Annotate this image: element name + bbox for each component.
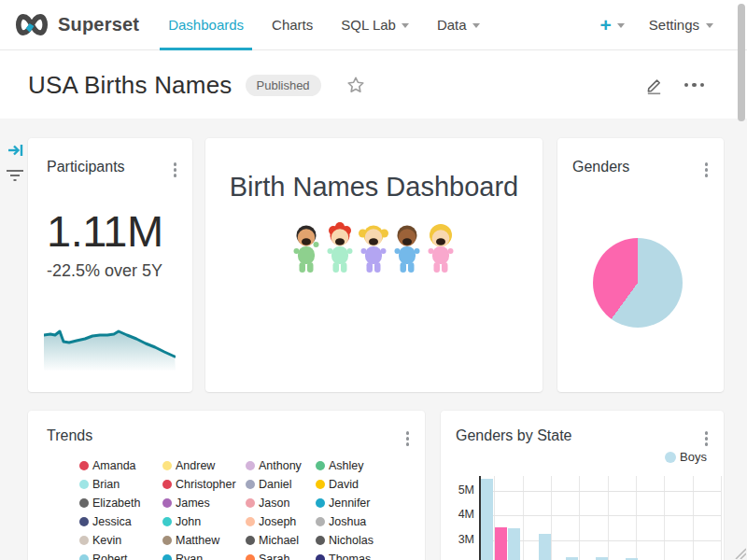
legend-item-andrew[interactable]: Andrew xyxy=(162,456,246,475)
settings-label: Settings xyxy=(649,17,699,33)
window-resize-grip-icon[interactable] xyxy=(732,545,746,559)
legend-item-daniel[interactable]: Daniel xyxy=(246,475,316,494)
gridline xyxy=(551,476,552,560)
legend-dot-icon xyxy=(316,517,325,526)
legend-label: Matthew xyxy=(176,534,219,547)
legend-dot-icon xyxy=(316,480,325,489)
page-title: USA Births Names xyxy=(28,71,233,100)
edit-pencil-icon[interactable] xyxy=(644,76,664,95)
kebab-menu-icon[interactable] xyxy=(172,161,179,179)
superset-logo[interactable]: Superset xyxy=(13,12,139,37)
legend-item-thomas[interactable]: Thomas xyxy=(316,550,400,560)
ellipsis-menu-icon[interactable] xyxy=(684,83,705,88)
legend-dot-icon xyxy=(162,498,172,508)
published-badge[interactable]: Published xyxy=(246,75,321,96)
big-number-value: 1.11M xyxy=(47,205,163,257)
new-item-menu[interactable]: + xyxy=(600,15,625,35)
vertical-scrollbar-thumb[interactable] xyxy=(738,4,745,121)
grouped-bar-chart: 5M4M3M xyxy=(441,411,724,560)
brand-name: Superset xyxy=(58,14,139,35)
chevron-down-icon xyxy=(402,23,409,28)
chart-title: Participants xyxy=(47,159,125,175)
trends-legend: AmandaAndrewAnthonyAshleyBrianChristophe… xyxy=(79,456,400,560)
legend-item-joshua[interactable]: Joshua xyxy=(316,512,400,531)
legend-item-robert[interactable]: Robert xyxy=(79,550,162,560)
legend-label: James xyxy=(176,497,210,510)
legend-item-matthew[interactable]: Matthew xyxy=(162,531,246,550)
legend-item-elizabeth[interactable]: Elizabeth xyxy=(79,494,162,512)
nav-right-group: + Settings xyxy=(600,15,734,35)
gridline xyxy=(608,476,609,560)
legend-item-brian[interactable]: Brian xyxy=(79,475,162,494)
boys-bar[interactable] xyxy=(539,534,551,560)
legend-label: Jennifer xyxy=(329,497,370,510)
favorite-star-icon[interactable] xyxy=(345,75,366,95)
nav-item-sql-lab[interactable]: SQL Lab xyxy=(327,0,423,50)
legend-dot-icon xyxy=(246,536,255,545)
legend-item-jason[interactable]: Jason xyxy=(246,494,316,512)
expand-filter-bar-icon[interactable] xyxy=(7,143,24,161)
filter-list-icon[interactable] xyxy=(6,169,24,186)
nav-item-dashboards[interactable]: Dashboards xyxy=(154,0,258,50)
legend-item-amanda[interactable]: Amanda xyxy=(79,456,162,475)
legend-item-ryan[interactable]: Ryan xyxy=(162,550,246,560)
legend-item-anthony[interactable]: Anthony xyxy=(246,456,316,475)
legend-dot-icon xyxy=(246,554,255,560)
legend-label: David xyxy=(329,478,359,491)
superset-infinity-icon xyxy=(13,12,50,37)
legend-dot-icon xyxy=(162,517,172,526)
legend-item-david[interactable]: David xyxy=(316,475,400,494)
kebab-menu-icon[interactable] xyxy=(404,429,412,448)
legend-dot-icon xyxy=(79,480,89,489)
nav-item-label: Data xyxy=(437,17,467,33)
chevron-down-icon xyxy=(617,23,625,28)
gridline xyxy=(479,515,721,516)
legend-dot-icon xyxy=(79,536,89,545)
legend-label: Christopher xyxy=(176,478,236,491)
legend-dot-icon xyxy=(316,461,325,470)
legend-dot-icon xyxy=(162,536,172,545)
settings-menu[interactable]: Settings xyxy=(649,17,713,33)
nav-item-label: Dashboards xyxy=(168,17,244,33)
legend-item-sarah[interactable]: Sarah xyxy=(246,550,316,560)
legend-item-christopher[interactable]: Christopher xyxy=(162,475,246,494)
legend-label: Joseph xyxy=(259,515,296,528)
gridline xyxy=(721,476,722,560)
legend-item-michael[interactable]: Michael xyxy=(246,531,316,550)
gridline xyxy=(693,476,694,560)
legend-item-john[interactable]: John xyxy=(162,512,246,531)
boys-bar[interactable] xyxy=(481,479,493,560)
legend-item-jennifer[interactable]: Jennifer xyxy=(316,494,400,512)
girls-bar[interactable] xyxy=(495,527,507,560)
plus-icon: + xyxy=(600,15,612,35)
legend-dot-icon xyxy=(79,461,89,470)
legend-label: Michael xyxy=(259,534,299,547)
legend-dot-icon xyxy=(79,554,89,560)
legend-dot-icon xyxy=(246,480,255,489)
legend-dot-icon xyxy=(79,498,89,508)
legend-dot-icon xyxy=(316,536,325,545)
kebab-menu-icon[interactable] xyxy=(703,161,711,179)
legend-item-kevin[interactable]: Kevin xyxy=(79,531,162,550)
gridline xyxy=(579,476,580,560)
trends-card: Trends AmandaAndrewAnthonyAshleyBrianChr… xyxy=(28,411,425,560)
children-illustration xyxy=(289,222,458,276)
legend-label: Robert xyxy=(92,553,128,560)
legend-label: Ashley xyxy=(329,459,364,472)
chart-title: Genders xyxy=(572,159,629,175)
legend-dot-icon xyxy=(79,517,89,526)
legend-dot-icon xyxy=(162,554,172,560)
legend-item-jessica[interactable]: Jessica xyxy=(79,512,162,531)
legend-item-nicholas[interactable]: Nicholas xyxy=(316,531,400,550)
legend-item-ashley[interactable]: Ashley xyxy=(316,456,400,475)
dashboard-grid: Participants 1.11M -22.5% over 5Y Birth … xyxy=(0,119,747,560)
legend-item-james[interactable]: James xyxy=(162,494,246,512)
legend-label: John xyxy=(176,515,201,528)
nav-item-label: Charts xyxy=(272,17,313,33)
nav-item-charts[interactable]: Charts xyxy=(258,0,327,50)
legend-label: Kevin xyxy=(92,534,121,547)
legend-label: Brian xyxy=(92,478,120,491)
nav-item-data[interactable]: Data xyxy=(423,0,494,50)
legend-item-joseph[interactable]: Joseph xyxy=(246,512,316,531)
boys-bar[interactable] xyxy=(508,528,520,560)
